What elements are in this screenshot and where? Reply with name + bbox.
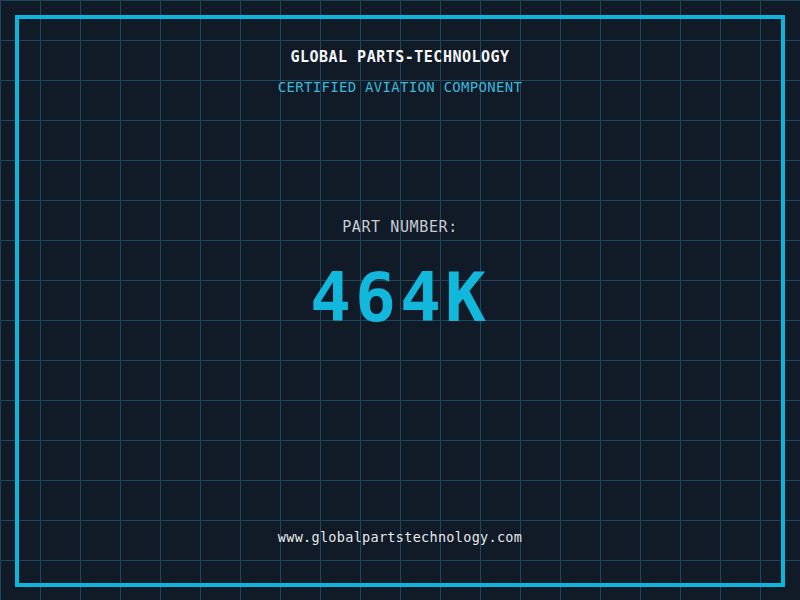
part-number-label: PART NUMBER: <box>0 218 800 236</box>
part-number-value: 464K <box>0 258 800 337</box>
blueprint-panel: GLOBAL PARTS-TECHNOLOGY CERTIFIED AVIATI… <box>0 0 800 600</box>
certification-subtitle: CERTIFIED AVIATION COMPONENT <box>0 79 800 95</box>
company-title: GLOBAL PARTS-TECHNOLOGY <box>0 48 800 66</box>
website-url: www.globalpartstechnology.com <box>0 529 800 545</box>
